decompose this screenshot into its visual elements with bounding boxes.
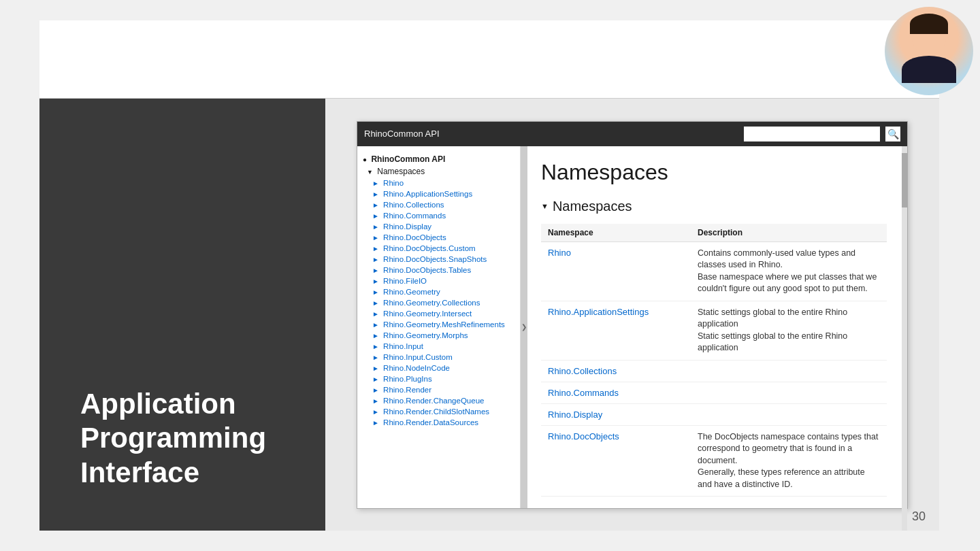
sidebar-item-geometry-collections[interactable]: ► Rhino.Geometry.Collections — [357, 297, 520, 308]
sidebar-item-input[interactable]: ► Rhino.Input — [357, 341, 520, 352]
bullet-icon: ► — [372, 212, 379, 220]
sidebar-item-geometry-intersect-label: Rhino.Geometry.Intersect — [383, 310, 472, 318]
sidebar-item-geometry[interactable]: ► Rhino.Geometry — [357, 286, 520, 297]
col-description: Description — [691, 224, 887, 242]
bullet-icon: ► — [372, 190, 379, 198]
bullet-icon: ► — [372, 245, 379, 252]
sidebar-item-collections[interactable]: ► Rhino.Collections — [357, 199, 520, 210]
sidebar-item-render-childslotnames[interactable]: ► Rhino.Render.ChildSlotNames — [357, 406, 520, 417]
ns-link-docobjects[interactable]: Rhino.DocObjects — [548, 431, 619, 441]
sidebar-item-render-changequeue[interactable]: ► Rhino.Render.ChangeQueue — [357, 395, 520, 406]
bullet-icon: ► — [372, 180, 379, 187]
col-namespace: Namespace — [541, 224, 691, 242]
sidebar-item-input-custom-label: Rhino.Input.Custom — [383, 353, 453, 361]
bullet-icon: ► — [372, 201, 379, 209]
avatar-image — [885, 7, 973, 95]
title-line-1: Application — [80, 388, 236, 420]
table-row: Rhino.ApplicationSettings Static setting… — [541, 301, 887, 360]
sidebar-item-plugins-label: Rhino.PlugIns — [383, 375, 432, 383]
ns-desc-appsettings: Static settings global to the entire Rhi… — [691, 301, 887, 360]
sidebar-item-docobjects-snapshots-label: Rhino.DocObjects.SnapShots — [383, 255, 487, 263]
bullet-icon: ► — [372, 321, 379, 329]
table-row: Rhino.Collections — [541, 360, 887, 382]
ns-link-commands[interactable]: Rhino.Commands — [548, 388, 619, 398]
ns-desc-docobjects: The DocObjects namespace contains types … — [691, 425, 887, 497]
bullet-icon: ► — [372, 332, 379, 339]
sidebar-item-commands[interactable]: ► Rhino.Commands — [357, 210, 520, 221]
ns-desc-commands — [691, 382, 887, 403]
search-icon[interactable]: 🔍 — [885, 127, 900, 141]
bullet-icon: ► — [372, 267, 379, 274]
ns-desc-collections — [691, 360, 887, 382]
sidebar-namespaces[interactable]: ▼ Namespaces — [357, 165, 520, 178]
sidebar-root-label: RhinoCommon API — [371, 154, 445, 164]
sidebar-item-rhino[interactable]: ► Rhino — [357, 178, 520, 188]
browser-title: RhinoCommon API — [364, 129, 738, 139]
sidebar-item-rhino-label: Rhino — [383, 179, 404, 187]
avatar-head — [912, 17, 946, 54]
sidebar-root[interactable]: ● RhinoCommon API — [357, 153, 520, 165]
table-row: Rhino.Display — [541, 403, 887, 425]
namespace-table: Namespace Description Rhino Contains com… — [541, 224, 887, 497]
ns-link-collections[interactable]: Rhino.Collections — [548, 366, 617, 376]
table-header-row: Namespace Description — [541, 224, 887, 242]
sidebar-item-input-custom[interactable]: ► Rhino.Input.Custom — [357, 352, 520, 363]
sidebar-item-docobjects[interactable]: ► Rhino.DocObjects — [357, 232, 520, 243]
sidebar-item-docobjects-snapshots[interactable]: ► Rhino.DocObjects.SnapShots — [357, 254, 520, 265]
ns-link-appsettings[interactable]: Rhino.ApplicationSettings — [548, 307, 649, 317]
sidebar-item-plugins[interactable]: ► Rhino.PlugIns — [357, 373, 520, 384]
page-title: Namespaces — [541, 160, 887, 185]
sidebar-item-collections-label: Rhino.Collections — [383, 201, 444, 209]
sidebar-item-fileio[interactable]: ► Rhino.FileIO — [357, 276, 520, 286]
sidebar-item-fileio-label: Rhino.FileIO — [383, 277, 427, 285]
ns-link-display[interactable]: Rhino.Display — [548, 410, 602, 420]
table-row: Rhino.DocObjects The DocObjects namespac… — [541, 425, 887, 497]
sidebar-item-nodeincode-label: Rhino.NodeInCode — [383, 364, 450, 372]
sidebar-resize-handle[interactable]: ❯ — [521, 146, 527, 508]
sidebar-item-geometry-morphs[interactable]: ► Rhino.Geometry.Morphs — [357, 330, 520, 341]
avatar-hair — [910, 14, 948, 34]
section-triangle-icon: ▼ — [541, 202, 549, 210]
sidebar-item-docobjects-tables[interactable]: ► Rhino.DocObjects.Tables — [357, 265, 520, 276]
sidebar-item-display[interactable]: ► Rhino.Display — [357, 221, 520, 232]
vertical-scrollbar[interactable] — [902, 146, 907, 508]
slide-container: Application Programming Interface RhinoC… — [39, 20, 939, 531]
speaker-avatar — [885, 7, 973, 95]
sidebar-item-render-label: Rhino.Render — [383, 386, 431, 394]
sidebar-item-docobjects-custom-label: Rhino.DocObjects.Custom — [383, 244, 476, 252]
browser-search-input[interactable] — [744, 127, 880, 141]
bullet-icon: ► — [372, 288, 379, 296]
bullet-icon: ► — [372, 419, 379, 427]
slide-main: Application Programming Interface RhinoC… — [39, 99, 939, 531]
sidebar-item-geometry-meshrefinements[interactable]: ► Rhino.Geometry.MeshRefinements — [357, 319, 520, 330]
sidebar-item-render[interactable]: ► Rhino.Render — [357, 384, 520, 395]
title-line-2: Programming — [80, 422, 266, 454]
sidebar-item-geometry-label: Rhino.Geometry — [383, 288, 440, 296]
slide-number: 30 — [912, 510, 926, 524]
sidebar-item-docobjects-custom[interactable]: ► Rhino.DocObjects.Custom — [357, 243, 520, 254]
left-panel: Application Programming Interface — [39, 99, 325, 531]
bullet-icon: ● — [363, 156, 367, 163]
sidebar-item-geometry-intersect[interactable]: ► Rhino.Geometry.Intersect — [357, 308, 520, 319]
bullet-icon: ► — [372, 223, 379, 231]
doc-main: Namespaces ▼ Namespaces Namespace Descri… — [527, 146, 907, 508]
browser-content: ● RhinoCommon API ▼ Namespaces ► Rhino — [357, 146, 907, 508]
ns-link-rhino[interactable]: Rhino — [548, 248, 571, 258]
bullet-icon: ► — [372, 354, 379, 361]
ns-desc-rhino: Contains commonly-used value types and c… — [691, 241, 887, 301]
sidebar-item-render-datasources[interactable]: ► Rhino.Render.DataSources — [357, 417, 520, 428]
browser-toolbar: RhinoCommon API 🔍 — [357, 122, 907, 146]
scrollbar-thumb[interactable] — [902, 153, 907, 207]
sidebar-item-display-label: Rhino.Display — [383, 222, 431, 231]
sidebar-item-render-changequeue-label: Rhino.Render.ChangeQueue — [383, 397, 484, 405]
sidebar-item-commands-label: Rhino.Commands — [383, 212, 446, 220]
sidebar-item-nodeincode[interactable]: ► Rhino.NodeInCode — [357, 363, 520, 373]
sidebar-item-input-label: Rhino.Input — [383, 342, 423, 350]
table-row: Rhino.Commands — [541, 382, 887, 403]
bullet-icon: ► — [372, 375, 379, 383]
sidebar-item-app-settings[interactable]: ► Rhino.ApplicationSettings — [357, 188, 520, 199]
browser-window: RhinoCommon API 🔍 ● RhinoCommon API — [357, 121, 908, 509]
section-title: ▼ Namespaces — [541, 199, 887, 214]
title-line-3: Interface — [80, 456, 199, 488]
bullet-icon: ► — [372, 234, 379, 241]
